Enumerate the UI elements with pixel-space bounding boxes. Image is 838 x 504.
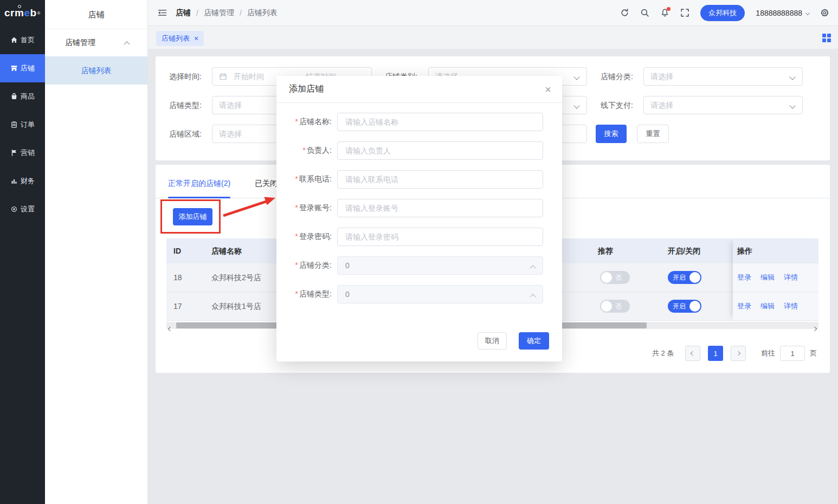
nav-item-label: 设置 [21,204,35,214]
field-label: *登录账号: [276,203,337,213]
collapse-menu-icon[interactable] [158,8,167,17]
chevron-down-icon [805,10,810,15]
column-header-name: 店铺名称 [211,238,242,263]
modal-title: 添加店铺 [289,83,324,95]
scroll-right-icon[interactable] [813,324,816,332]
app-root: crmeb® 首页 店铺 商品 订单 营销 财务 设置 [0,0,838,504]
topbar-actions: 众邦科技 18888888888 [620,5,838,21]
breadcrumb-item[interactable]: 店铺列表 [247,8,278,18]
app-logo: crmeb® [0,0,45,26]
toggle-label: 否 [615,302,622,311]
annotation-box [160,199,221,234]
scroll-left-icon[interactable] [169,324,172,332]
nav-item-finance[interactable]: 财务 [0,167,45,195]
pagination-goto-label: 前往 [761,346,775,361]
nav-item-orders[interactable]: 订单 [0,111,45,139]
actions-row: 登录 编辑 详情 [733,263,818,292]
search-icon[interactable] [640,8,649,17]
breadcrumb: 店铺 / 店铺管理 / 店铺列表 [176,8,278,18]
column-header-id: ID [173,238,181,263]
nav-item-label: 店铺 [21,63,35,73]
detail-link[interactable]: 详情 [784,273,798,282]
user-phone-dropdown[interactable]: 18888888888 [756,9,809,17]
cancel-button[interactable]: 取消 [478,332,507,350]
pagination-prev-button[interactable] [685,346,700,361]
edit-link[interactable]: 编辑 [760,301,775,311]
edit-link[interactable]: 编辑 [760,273,775,282]
user-phone: 18888888888 [756,9,802,17]
offline-pay-select[interactable] [643,96,803,114]
login-password-field[interactable] [337,228,543,246]
logo-text: m [15,7,24,19]
offline-pay-input[interactable] [644,101,802,109]
login-account-field[interactable] [337,199,543,217]
required-asterisk: * [295,289,298,298]
bar-chart-icon [10,177,18,185]
login-link[interactable]: 登录 [737,273,751,282]
login-link[interactable]: 登录 [737,301,751,311]
column-header-status: 开启/关闭 [668,238,700,263]
cell-store-name: 众邦科技2号店 [211,263,261,292]
modal-header: 添加店铺 × [276,76,562,103]
chevron-up-icon [530,265,536,271]
chevron-up-icon [530,294,536,300]
status-toggle[interactable]: 开启 [668,271,701,284]
store-classify-input[interactable] [644,72,802,81]
pagination-next-button[interactable] [731,346,746,361]
tab-store-list[interactable]: 店铺列表 × [156,31,204,46]
reset-button[interactable]: 重置 [637,125,669,143]
field-label: *登录密码: [276,232,337,242]
confirm-button[interactable]: 确定 [519,332,549,350]
logo-text: e [24,7,30,19]
tab-options-grid-icon[interactable] [822,34,830,42]
detail-link[interactable]: 详情 [784,301,798,311]
tab-closed-stores[interactable]: 已关闭 [255,179,278,189]
select-value: 0 [345,261,350,270]
manager-field[interactable] [337,141,543,160]
required-asterisk: * [302,146,305,154]
nav-item-marketing[interactable]: 营销 [0,139,45,167]
submenu-item-store-list[interactable]: 店铺列表 [45,56,147,85]
actions-row: 登录 编辑 详情 [733,292,818,321]
bag-icon [10,93,18,100]
nav-item-goods[interactable]: 商品 [0,82,45,111]
notification-bell-icon[interactable] [660,8,669,17]
select-value: 0 [345,290,350,299]
contact-phone-field[interactable] [337,170,543,189]
notification-badge [667,7,671,11]
submenu-group-store-management[interactable]: 店铺管理 [45,29,147,56]
modal-close-icon[interactable]: × [545,84,551,95]
nav-item-home[interactable]: 首页 [0,26,45,54]
filter-offline-pay-label: 线下支付: [601,96,633,114]
required-asterisk: * [295,232,298,241]
store-type-modal-select[interactable]: 0 [337,285,543,303]
pagination-goto-input[interactable] [780,346,805,361]
column-header-recommend: 推荐 [598,238,613,263]
store-name-field[interactable] [337,113,543,131]
status-toggle[interactable]: 开启 [668,300,701,313]
pagination-page-1[interactable]: 1 [708,346,723,361]
tab-open-stores[interactable]: 正常开启的店铺(2) [168,179,230,189]
home-icon [10,36,18,44]
recommend-toggle[interactable]: 否 [600,271,630,284]
actions-fixed-column: 操作 登录 编辑 详情 登录 编辑 详情 [733,238,818,321]
breadcrumb-item[interactable]: 店铺管理 [204,8,234,18]
search-button[interactable]: 搜索 [596,125,627,143]
nav-item-settings[interactable]: 设置 [0,195,45,223]
nav-item-store[interactable]: 店铺 [0,54,45,82]
refresh-icon[interactable] [620,8,629,17]
tab-close-icon[interactable]: × [194,35,198,42]
store-classify-modal-select[interactable]: 0 [337,256,543,275]
pagination-page-unit: 页 [810,346,817,361]
fullscreen-icon[interactable] [680,8,689,17]
annotation-arrow [215,190,283,221]
filter-region-label: 店铺区域: [169,125,202,143]
company-badge-button[interactable]: 众邦科技 [700,5,745,21]
breadcrumb-item[interactable]: 店铺 [176,8,191,18]
recommend-toggle[interactable]: 否 [600,300,630,313]
flag-icon [10,149,18,157]
gear-icon [10,205,18,213]
logo-text: b [30,7,36,19]
settings-gear-icon[interactable] [820,8,829,17]
store-classify-select[interactable] [643,67,803,86]
